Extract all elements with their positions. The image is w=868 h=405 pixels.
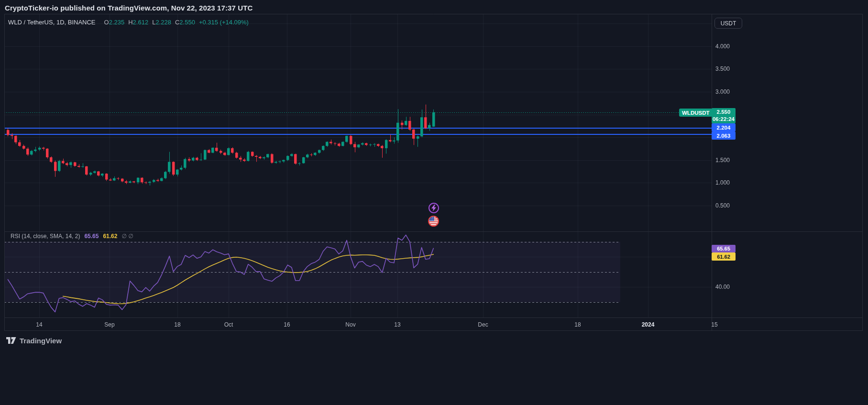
last-price-value: 2.550: [717, 109, 731, 116]
symbol-price-tag: WLDUSDT: [679, 109, 713, 117]
rsi-value-badge: 65.65: [712, 245, 736, 252]
tradingview-snapshot: { "page": { "publish_line": "CryptoTicke…: [0, 0, 868, 405]
time-axis-label: 18: [574, 321, 581, 328]
rsi-axis-label: 40.00: [715, 284, 730, 290]
time-axis-label: Nov: [345, 321, 355, 328]
ohlc-letter: O: [104, 19, 109, 26]
rsi-current-value: 65.65: [84, 233, 99, 240]
price-axis-label: 3.500: [715, 66, 730, 72]
rsi-null-values: ∅ ∅: [121, 233, 133, 240]
rsi-indicator-title[interactable]: RSI (14, close, SMA, 14, 2): [11, 233, 80, 240]
lightning-bolt-glyph: [431, 205, 437, 211]
bar-countdown: 06:22:24: [713, 116, 735, 123]
flag-canton: [429, 217, 434, 221]
tradingview-logo[interactable]: TradingView: [6, 337, 62, 345]
tradingview-logo-icon: [6, 337, 16, 344]
time-axis-label: Sep: [104, 321, 114, 328]
last-price-badge: 2.550 06:22:24: [712, 108, 736, 123]
us-flag-event-icon[interactable]: [428, 216, 439, 227]
tradingview-logo-text: TradingView: [20, 337, 62, 345]
rsi-legend: RSI (14, close, SMA, 14, 2)65.6561.62∅ ∅: [11, 233, 133, 240]
time-axis-label: 14: [36, 321, 42, 328]
change-value: +0.315 (+14.09%): [199, 19, 249, 26]
symbol-legend: WLD / TetherUS, 1D, BINANCEO2.235H2.612L…: [8, 19, 249, 26]
rsi-ma-value-badge: 61.62: [712, 252, 736, 261]
level-line-badge-2204: 2.204: [712, 123, 736, 131]
time-axis-label: 16: [284, 321, 290, 328]
level-line-badge-2063: 2.063: [712, 131, 736, 140]
price-axis-label: 1.000: [715, 179, 730, 186]
price-axis-label: 4.000: [715, 43, 730, 50]
currency-unit-button[interactable]: USDT: [714, 18, 742, 29]
ohlc-letter: C: [175, 19, 179, 26]
time-axis-label: Oct: [224, 321, 233, 328]
time-axis-label: 13: [394, 321, 400, 328]
time-axis-label: 15: [711, 321, 717, 328]
ohlc-value: 2.612: [133, 19, 149, 26]
time-axis-label: 18: [174, 321, 180, 328]
time-axis-label: Dec: [478, 321, 488, 328]
publish-info: CryptoTicker-io published on TradingView…: [5, 4, 253, 12]
price-axis-label: 0.500: [715, 202, 730, 209]
price-axis-label: 1.500: [715, 157, 730, 164]
ohlc-value: 2.550: [179, 19, 195, 26]
ohlc-value: 2.235: [109, 19, 125, 26]
ohlc-letter: H: [128, 19, 132, 26]
time-axis-label: 2024: [642, 321, 655, 328]
ohlc-value: 2.228: [155, 19, 171, 26]
price-axis-label: 3.000: [715, 88, 730, 95]
ohlc-values: O2.235H2.612L2.228C2.550: [100, 19, 195, 26]
lightning-event-icon[interactable]: [429, 203, 439, 213]
rsi-ma-current-value: 61.62: [103, 233, 117, 240]
symbol-title[interactable]: WLD / TetherUS, 1D, BINANCE: [8, 19, 96, 26]
